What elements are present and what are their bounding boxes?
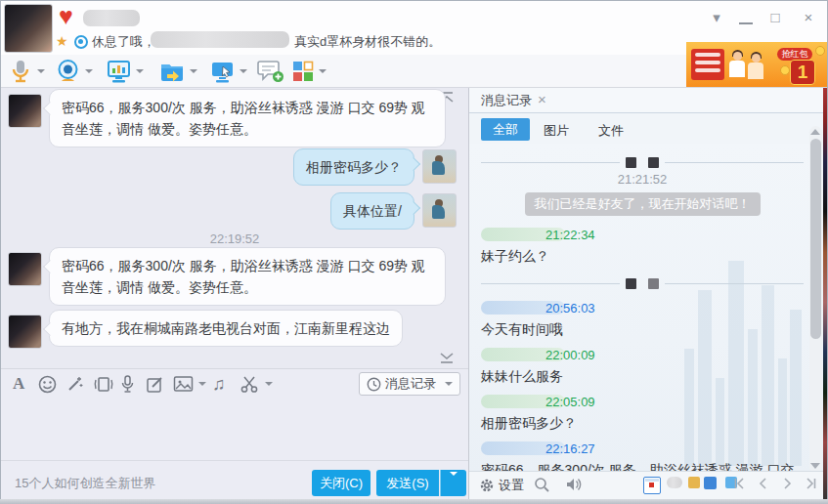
music-button[interactable]: ♫ bbox=[212, 374, 226, 394]
signature-suffix: 真实d罩杯身材很不错的。 bbox=[294, 33, 441, 53]
record-entry-head: 22:16:27 bbox=[481, 440, 804, 457]
next-page-icon[interactable] bbox=[780, 477, 794, 490]
window-shake-button[interactable] bbox=[93, 374, 114, 394]
self-avatar[interactable] bbox=[422, 193, 457, 228]
ad-coin bbox=[780, 65, 790, 75]
redacted-footer-item bbox=[667, 477, 682, 488]
signature-redacted bbox=[151, 31, 289, 48]
image-button[interactable] bbox=[173, 374, 206, 394]
redacted-name-block bbox=[648, 157, 659, 168]
peer-avatar[interactable] bbox=[8, 315, 42, 349]
record-entry-head: 22:00:09 bbox=[481, 346, 804, 363]
filter-tab-images[interactable]: 图片 bbox=[544, 122, 569, 140]
ad-coin bbox=[815, 46, 825, 56]
video-call-caret[interactable] bbox=[85, 69, 93, 73]
picture-icon bbox=[173, 375, 194, 393]
history-tab-title[interactable]: 消息记录 bbox=[481, 92, 532, 109]
history-filter-tabs: 全部 图片 文件 bbox=[469, 113, 827, 144]
message-row: 密码66，服务300/次 服务，助浴丝袜诱惑 漫游 口交 69势 观音坐莲，调情… bbox=[1, 89, 468, 147]
contact-name-redacted bbox=[83, 10, 140, 26]
search-icon bbox=[534, 477, 550, 493]
peer-avatar[interactable] bbox=[8, 94, 42, 128]
message-history-button[interactable]: 消息记录 bbox=[359, 372, 460, 396]
prev-page-icon[interactable] bbox=[757, 477, 770, 490]
message-row: 相册密码多少？ bbox=[1, 148, 468, 186]
teaser-link[interactable]: 15个人如何创造全新世界 bbox=[15, 475, 155, 492]
record-separator bbox=[481, 157, 804, 168]
input-toolbar: A ♫ bbox=[1, 368, 468, 399]
magic-wand-icon bbox=[65, 375, 84, 394]
star-vip-icon[interactable]: ★ bbox=[56, 33, 68, 49]
calendar-button[interactable] bbox=[643, 477, 661, 494]
scrollbar-down-arrow[interactable] bbox=[810, 463, 820, 469]
remote-desktop-caret[interactable] bbox=[240, 69, 247, 73]
message-text: 有地方，我在桐城南路老电视台对面，江南新里程这边 bbox=[62, 320, 390, 336]
close-button[interactable]: × bbox=[798, 9, 819, 26]
self-avatar[interactable] bbox=[422, 149, 457, 184]
settings-label: 设置 bbox=[499, 477, 524, 494]
history-button-caret[interactable] bbox=[445, 382, 453, 386]
ad-product-card bbox=[691, 49, 724, 80]
apps-button[interactable] bbox=[292, 59, 327, 84]
sound-button[interactable] bbox=[565, 477, 583, 492]
background-window-edge bbox=[823, 88, 827, 500]
ad-person2-body bbox=[748, 63, 763, 79]
search-button[interactable] bbox=[534, 477, 550, 493]
redacted-name-block bbox=[626, 278, 636, 289]
compose-button[interactable] bbox=[146, 374, 164, 394]
remote-desktop-button[interactable] bbox=[210, 59, 247, 84]
window-menu-button[interactable]: ▾ bbox=[706, 9, 727, 26]
gear-icon bbox=[479, 478, 495, 493]
history-content: 21:21:52 我们已经是好友了，现在开始对话吧！ 21:22:34 妹子约么… bbox=[469, 144, 827, 472]
file-transfer-button[interactable] bbox=[159, 59, 197, 84]
window-bottom-edge bbox=[0, 499, 828, 504]
video-call-button[interactable] bbox=[56, 59, 93, 84]
first-page-icon[interactable] bbox=[733, 477, 747, 490]
history-panel-header: 消息记录 × bbox=[469, 88, 827, 113]
audio-record-button[interactable] bbox=[120, 374, 135, 394]
message-plus-icon bbox=[257, 59, 284, 84]
magic-wand-button[interactable] bbox=[65, 374, 84, 394]
legend-square-blue bbox=[704, 477, 717, 489]
screenshot-caret[interactable] bbox=[265, 382, 273, 386]
file-transfer-caret[interactable] bbox=[190, 69, 197, 73]
monitor-cursor-icon bbox=[210, 60, 235, 84]
contact-avatar[interactable] bbox=[4, 4, 53, 53]
bottom-bar: 15个人如何创造全新世界 关闭(C) 发送(S) bbox=[1, 460, 468, 501]
signature-prefix: 休息了哦， bbox=[92, 33, 155, 53]
settings-button[interactable]: 设置 bbox=[479, 477, 524, 494]
presentation-button[interactable] bbox=[107, 59, 144, 84]
minimize-button[interactable] bbox=[739, 11, 753, 24]
ad-big-number: 1 bbox=[790, 60, 815, 85]
apps-caret[interactable] bbox=[319, 69, 327, 73]
voice-call-caret[interactable] bbox=[37, 69, 45, 73]
calendar-icon bbox=[643, 477, 661, 494]
presentation-caret[interactable] bbox=[136, 69, 144, 73]
scroll-to-bottom-icon[interactable] bbox=[439, 352, 455, 364]
message-input[interactable] bbox=[1, 399, 468, 460]
font-style-button[interactable]: A bbox=[13, 374, 24, 394]
emoji-button[interactable] bbox=[38, 374, 57, 394]
history-tab-close-icon[interactable]: × bbox=[538, 91, 546, 107]
peer-avatar[interactable] bbox=[8, 252, 42, 286]
maximize-button[interactable]: □ bbox=[764, 9, 786, 26]
close-chat-button[interactable]: 关闭(C) bbox=[312, 470, 370, 496]
message-text: 具体位置/ bbox=[343, 203, 402, 219]
scrollbar-thumb[interactable] bbox=[810, 139, 821, 339]
screenshot-button[interactable] bbox=[240, 374, 273, 394]
smiley-icon bbox=[38, 375, 57, 394]
filter-tab-files[interactable]: 文件 bbox=[598, 122, 624, 140]
send-button[interactable]: 发送(S) bbox=[376, 470, 439, 496]
image-caret[interactable] bbox=[198, 382, 206, 386]
voice-call-button[interactable] bbox=[9, 59, 45, 84]
shake-window-icon bbox=[93, 375, 114, 394]
ad-banner[interactable]: 抢红包 1 bbox=[686, 42, 827, 87]
last-page-icon[interactable] bbox=[804, 477, 817, 490]
filter-tab-all[interactable]: 全部 bbox=[481, 118, 530, 141]
clock-icon bbox=[367, 377, 381, 392]
send-options-button[interactable] bbox=[440, 470, 466, 496]
qzone-icon[interactable] bbox=[74, 35, 88, 49]
create-group-button[interactable] bbox=[257, 59, 284, 84]
scissors-icon bbox=[240, 375, 260, 394]
scrollbar-up-arrow[interactable] bbox=[810, 129, 820, 135]
